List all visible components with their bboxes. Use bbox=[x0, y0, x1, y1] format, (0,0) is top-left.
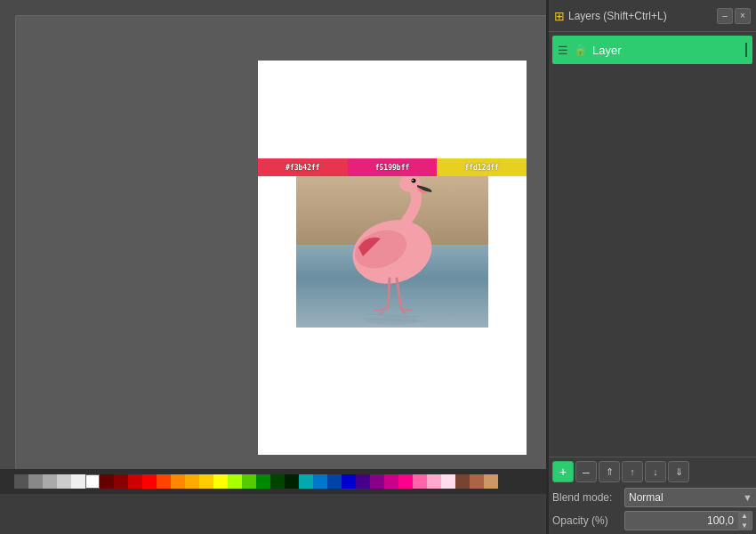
palette-color[interactable] bbox=[14, 474, 28, 489]
layer-menu-icon: ☰ bbox=[558, 44, 568, 57]
palette-color[interactable] bbox=[484, 474, 498, 489]
opacity-label: Opacity (%) bbox=[552, 514, 619, 527]
color-palette-bar bbox=[0, 469, 546, 494]
svg-point-3 bbox=[412, 180, 414, 182]
palette-color[interactable] bbox=[228, 474, 242, 489]
layers-panel: ⊞ Layers (Shift+Ctrl+L) – × ☰ 🔒 Layer + … bbox=[549, 0, 756, 534]
palette-color[interactable] bbox=[171, 474, 185, 489]
blend-mode-label: Blend mode: bbox=[552, 491, 619, 504]
opacity-row: Opacity (%) ▲ ▼ bbox=[552, 511, 752, 530]
palette-color[interactable] bbox=[100, 474, 114, 489]
remove-layer-button[interactable]: – bbox=[575, 461, 597, 482]
palette-color[interactable] bbox=[342, 474, 356, 489]
palette-color[interactable] bbox=[242, 474, 256, 489]
ruler-left bbox=[0, 16, 16, 494]
layer-lock-icon: 🔒 bbox=[574, 44, 587, 56]
palette-color[interactable] bbox=[327, 474, 342, 489]
opacity-input[interactable] bbox=[624, 511, 752, 530]
palette-color[interactable] bbox=[455, 474, 470, 489]
palette-color[interactable] bbox=[313, 474, 327, 489]
palette-color[interactable] bbox=[470, 474, 484, 489]
opacity-increase-button[interactable]: ▲ bbox=[738, 511, 751, 521]
palette-color[interactable] bbox=[28, 474, 43, 489]
color-swatches-bar: #f3b42ff f5199bff ffd12dff bbox=[258, 158, 527, 176]
palette-color[interactable] bbox=[356, 474, 370, 489]
svg-line-5 bbox=[388, 279, 390, 308]
palette-color[interactable] bbox=[299, 474, 313, 489]
panel-header-buttons: – × bbox=[717, 8, 751, 24]
swatch-pink: f5199bff bbox=[348, 158, 438, 176]
panel-close-button[interactable]: × bbox=[735, 8, 751, 24]
palette-color[interactable] bbox=[142, 474, 157, 489]
svg-point-2 bbox=[412, 179, 416, 183]
layer-lower-bottom-button[interactable]: ⇓ bbox=[668, 461, 689, 482]
flamingo-image bbox=[296, 176, 488, 328]
panel-header: ⊞ Layers (Shift+Ctrl+L) – × bbox=[549, 0, 756, 32]
palette-color[interactable] bbox=[199, 474, 213, 489]
palette-color[interactable] bbox=[370, 474, 384, 489]
layer-item-active[interactable]: ☰ 🔒 Layer bbox=[552, 36, 752, 64]
layer-raise-button[interactable]: ↑ bbox=[622, 461, 643, 482]
opacity-spinners: ▲ ▼ bbox=[738, 511, 751, 530]
ruler-corner bbox=[0, 0, 16, 16]
palette-color[interactable] bbox=[213, 474, 228, 489]
canvas-document[interactable]: #f3b42ff f5199bff ffd12dff bbox=[258, 61, 527, 455]
palette-color[interactable] bbox=[384, 474, 398, 489]
palette-color[interactable] bbox=[285, 474, 299, 489]
palette-color[interactable] bbox=[85, 474, 100, 489]
swatch-yellow: ffd12dff bbox=[437, 158, 527, 176]
palette-color[interactable] bbox=[128, 474, 142, 489]
panel-header-left: ⊞ Layers (Shift+Ctrl+L) bbox=[554, 9, 667, 23]
layer-name-text: Layer bbox=[592, 44, 740, 57]
svg-line-6 bbox=[397, 279, 401, 308]
blend-mode-wrapper: Normal Multiply Screen Overlay Dissolve … bbox=[624, 488, 752, 507]
panel-minimize-button[interactable]: – bbox=[717, 8, 733, 24]
palette-color[interactable] bbox=[43, 474, 57, 489]
palette-color[interactable] bbox=[57, 474, 71, 489]
palette-color[interactable] bbox=[441, 474, 455, 489]
blend-mode-select[interactable]: Normal Multiply Screen Overlay Dissolve … bbox=[624, 488, 756, 507]
text-cursor bbox=[745, 43, 747, 57]
palette-color[interactable] bbox=[413, 474, 427, 489]
panel-title: Layers (Shift+Ctrl+L) bbox=[568, 10, 667, 22]
palette-color[interactable] bbox=[270, 474, 285, 489]
palette-color[interactable] bbox=[157, 474, 171, 489]
opacity-input-wrapper: ▲ ▼ bbox=[624, 511, 752, 530]
palette-color[interactable] bbox=[0, 474, 14, 489]
add-layer-button[interactable]: + bbox=[552, 461, 574, 482]
flamingo-scene bbox=[296, 176, 488, 328]
ruler-top-ticks bbox=[16, 0, 546, 15]
layers-icon: ⊞ bbox=[554, 9, 565, 23]
blend-mode-row: Blend mode: Normal Multiply Screen Overl… bbox=[552, 488, 752, 507]
palette-color[interactable] bbox=[398, 474, 413, 489]
layer-lower-button[interactable]: ↓ bbox=[645, 461, 666, 482]
layer-controls: + – ⇑ ↑ ↓ ⇓ Blend mode: Normal Multiply … bbox=[549, 457, 756, 534]
opacity-decrease-button[interactable]: ▼ bbox=[738, 521, 751, 530]
flamingo-svg bbox=[296, 176, 488, 328]
swatch-red: #f3b42ff bbox=[258, 158, 348, 176]
palette-color[interactable] bbox=[114, 474, 128, 489]
layer-raise-top-button[interactable]: ⇑ bbox=[599, 461, 620, 482]
palette-color[interactable] bbox=[256, 474, 270, 489]
main-canvas-area: #f3b42ff f5199bff ffd12dff bbox=[0, 0, 546, 494]
layer-list: ☰ 🔒 Layer bbox=[549, 32, 756, 457]
ruler-top bbox=[16, 0, 546, 16]
palette-color[interactable] bbox=[71, 474, 85, 489]
palette-color[interactable] bbox=[185, 474, 199, 489]
layer-action-buttons: + – ⇑ ↑ ↓ ⇓ bbox=[552, 461, 752, 482]
palette-color[interactable] bbox=[427, 474, 441, 489]
